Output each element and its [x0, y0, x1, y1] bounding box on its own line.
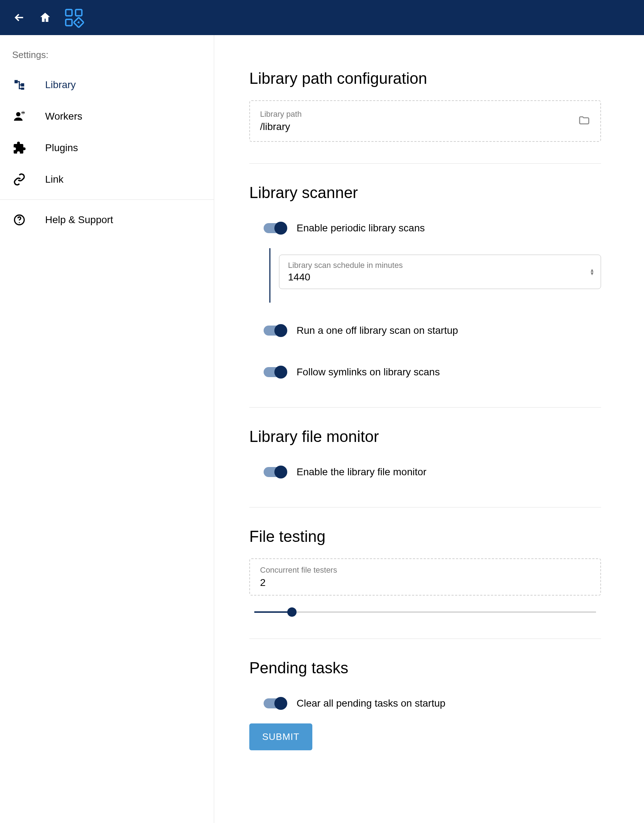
field-value: 1440	[288, 271, 592, 283]
arrow-left-icon	[13, 11, 26, 24]
section-monitor: Library file monitor Enable the library …	[249, 428, 601, 486]
help-icon	[12, 213, 26, 227]
topbar	[0, 0, 644, 35]
field-label: Library scan schedule in minutes	[288, 261, 592, 270]
concurrent-testers-field: Concurrent file testers 2	[249, 558, 601, 596]
svg-rect-0	[66, 10, 72, 16]
tree-icon	[12, 78, 26, 92]
section-file-testing: File testing Concurrent file testers 2	[249, 527, 601, 617]
toggle-switch[interactable]	[264, 367, 287, 377]
toggle-switch[interactable]	[264, 223, 287, 233]
sidebar-item-label: Workers	[45, 111, 82, 122]
submit-button[interactable]: SUBMIT	[249, 723, 312, 750]
puzzle-icon	[12, 141, 26, 155]
toggle-label: Enable periodic library scans	[297, 222, 425, 234]
svg-marker-4	[77, 21, 81, 25]
sidebar-item-link[interactable]: Link	[0, 164, 214, 195]
field-label: Library path	[260, 110, 590, 119]
slider-track	[254, 612, 596, 613]
schedule-indent: Library scan schedule in minutes 1440 ▴▾	[269, 248, 601, 303]
toggle-label: Follow symlinks on library scans	[297, 366, 440, 378]
folder-icon[interactable]	[578, 114, 590, 128]
section-title: File testing	[249, 527, 601, 546]
svg-rect-5	[15, 80, 18, 83]
sidebar: Settings: Library Workers Plugins Link	[0, 35, 214, 823]
toggle-label: Enable the library file monitor	[297, 466, 426, 478]
field-value: 2	[260, 577, 590, 589]
sidebar-item-help[interactable]: Help & Support	[0, 204, 214, 236]
toggle-switch[interactable]	[264, 467, 287, 477]
toggle-label: Clear all pending tasks on startup	[297, 698, 446, 709]
section-title: Library scanner	[249, 184, 601, 202]
number-stepper-icon[interactable]: ▴▾	[590, 268, 593, 276]
sidebar-item-label: Link	[45, 174, 63, 185]
back-button[interactable]	[11, 10, 27, 25]
divider	[249, 163, 601, 164]
divider	[0, 199, 214, 200]
divider	[249, 407, 601, 408]
section-pending: Pending tasks Clear all pending tasks on…	[249, 659, 601, 750]
divider	[249, 507, 601, 507]
home-button[interactable]	[37, 10, 53, 25]
toggle-switch[interactable]	[264, 698, 287, 708]
link-icon	[12, 172, 26, 187]
sidebar-item-workers[interactable]: Workers	[0, 101, 214, 132]
field-value: /library	[260, 121, 590, 132]
scan-schedule-field[interactable]: Library scan schedule in minutes 1440 ▴▾	[279, 254, 601, 289]
field-label: Concurrent file testers	[260, 566, 590, 575]
toggle-clear-pending: Clear all pending tasks on startup	[249, 690, 601, 717]
svg-rect-2	[66, 19, 72, 26]
main-content: Library path configuration Library path …	[214, 35, 644, 823]
svg-rect-1	[75, 10, 82, 16]
section-title: Library file monitor	[249, 428, 601, 446]
divider	[249, 639, 601, 639]
toggle-follow-symlinks: Follow symlinks on library scans	[249, 359, 601, 386]
sidebar-item-label: Plugins	[45, 142, 78, 154]
svg-rect-7	[21, 88, 25, 90]
toggle-switch[interactable]	[264, 326, 287, 336]
concurrent-testers-slider[interactable]	[254, 607, 596, 617]
sidebar-item-library[interactable]: Library	[0, 69, 214, 101]
svg-point-9	[23, 112, 24, 113]
sidebar-item-label: Help & Support	[45, 214, 113, 225]
app-logo	[63, 7, 84, 28]
slider-knob[interactable]	[287, 607, 297, 617]
svg-point-11	[19, 222, 20, 223]
logo-icon	[63, 7, 84, 28]
section-title: Library path configuration	[249, 69, 601, 87]
toggle-file-monitor: Enable the library file monitor	[249, 458, 601, 486]
workers-icon	[12, 109, 26, 124]
sidebar-item-plugins[interactable]: Plugins	[0, 132, 214, 164]
toggle-label: Run a one off library scan on startup	[297, 325, 458, 336]
slider-fill	[254, 612, 292, 613]
home-icon	[39, 11, 52, 24]
section-library-path: Library path configuration Library path …	[249, 69, 601, 142]
sidebar-item-label: Library	[45, 79, 76, 90]
sidebar-heading: Settings:	[0, 45, 214, 69]
toggle-oneoff-scan: Run a one off library scan on startup	[249, 317, 601, 344]
library-path-field[interactable]: Library path /library	[249, 100, 601, 142]
svg-point-8	[16, 112, 20, 116]
svg-rect-6	[21, 83, 25, 87]
section-scanner: Library scanner Enable periodic library …	[249, 184, 601, 386]
section-title: Pending tasks	[249, 659, 601, 677]
toggle-periodic-scans: Enable periodic library scans	[249, 215, 601, 242]
